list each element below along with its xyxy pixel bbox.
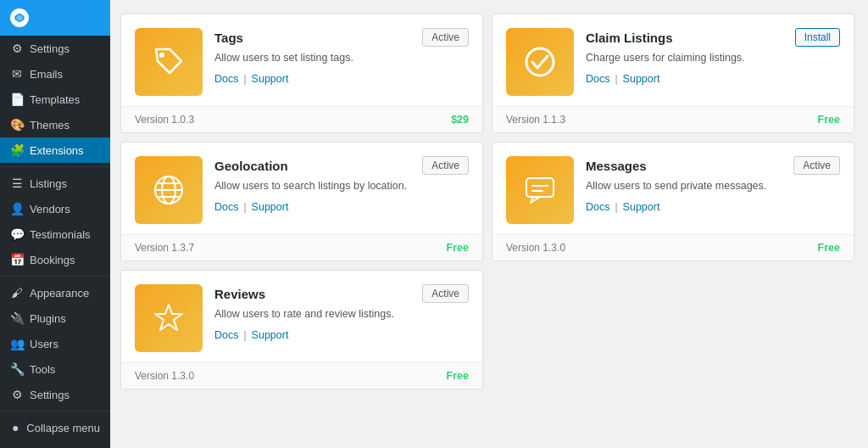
- link-separator: |: [243, 329, 246, 341]
- sidebar-item-listings[interactable]: ☰ Listings: [0, 171, 110, 196]
- sidebar-item-label: Emails: [30, 68, 100, 81]
- sidebar-item-bookings[interactable]: 📅 Bookings: [0, 247, 110, 272]
- support-link[interactable]: Support: [252, 73, 289, 85]
- sidebar-item-collapse[interactable]: ● Collapse menu: [0, 415, 110, 440]
- support-link[interactable]: Support: [252, 201, 289, 213]
- sidebar-item-appearance[interactable]: 🖌 Appearance: [0, 280, 110, 305]
- extension-icon-messages: [506, 156, 574, 224]
- sidebar-item-label: Templates: [30, 93, 100, 106]
- card-links: Docs | Support: [214, 73, 469, 85]
- card-body: Tags Active Allow users to set listing t…: [214, 28, 469, 85]
- card-body: Claim Listings Install Charge users for …: [586, 28, 840, 85]
- sidebar-item-label: Appearance: [30, 287, 100, 300]
- card-links: Docs | Support: [214, 201, 469, 213]
- card-header: Messages Active: [586, 156, 840, 175]
- plugins-icon: 🔌: [10, 311, 24, 325]
- sidebar-item-label: Bookings: [30, 254, 100, 266]
- extension-card-messages: Messages Active Allow users to send priv…: [492, 142, 854, 261]
- active-button[interactable]: Active: [422, 284, 469, 303]
- active-button[interactable]: Active: [793, 156, 840, 175]
- card-header: Tags Active: [214, 28, 469, 47]
- extension-price: Free: [447, 370, 469, 382]
- card-footer: Version 1.3.7 Free: [121, 234, 482, 260]
- vendors-icon: 👤: [10, 202, 24, 216]
- extension-description: Allow users to set listing tags.: [214, 51, 469, 66]
- extension-price: Free: [818, 242, 840, 254]
- card-body: Messages Active Allow users to send priv…: [586, 156, 840, 213]
- extension-card-claim-listings: Claim Listings Install Charge users for …: [492, 14, 854, 133]
- card-top: Claim Listings Install Charge users for …: [492, 14, 854, 106]
- main-content: Tags Active Allow users to set listing t…: [110, 0, 868, 448]
- docs-link[interactable]: Docs: [586, 73, 609, 85]
- card-header: Geolocation Active: [214, 156, 469, 175]
- link-separator: |: [243, 201, 246, 213]
- docs-link[interactable]: Docs: [586, 201, 609, 213]
- sidebar-item-settings[interactable]: ⚙ Settings: [0, 36, 110, 61]
- sidebar-item-themes[interactable]: 🎨 Themes: [0, 112, 110, 137]
- card-links: Docs | Support: [214, 329, 469, 341]
- templates-icon: 📄: [10, 92, 24, 106]
- sidebar-item-label: Users: [30, 338, 100, 350]
- extension-title: Tags: [214, 31, 243, 45]
- link-separator: |: [243, 73, 246, 85]
- sidebar-item-label: Testimonials: [30, 228, 100, 241]
- extension-card-reviews: Reviews Active Allow users to rate and r…: [120, 270, 483, 389]
- extension-icon-geolocation: [135, 156, 203, 224]
- sidebar-item-vendors[interactable]: 👤 Vendors: [0, 196, 110, 221]
- active-button[interactable]: Active: [422, 156, 469, 175]
- link-separator: |: [615, 73, 617, 85]
- install-button[interactable]: Install: [795, 28, 840, 47]
- bookings-icon: 📅: [10, 253, 24, 266]
- sidebar-item-settings2[interactable]: ⚙ Settings: [0, 382, 110, 407]
- sidebar-logo[interactable]: [0, 0, 110, 36]
- extension-title: Messages: [586, 159, 647, 173]
- sidebar-item-extensions[interactable]: 🧩 Extensions: [0, 137, 110, 163]
- sidebar-item-label: Listings: [30, 177, 100, 190]
- sidebar-item-templates[interactable]: 📄 Templates: [0, 87, 110, 112]
- active-button[interactable]: Active: [422, 28, 469, 47]
- sidebar-item-label: Collapse menu: [26, 422, 100, 434]
- extension-card-tags: Tags Active Allow users to set listing t…: [120, 14, 483, 133]
- listings-icon: ☰: [10, 176, 24, 190]
- extension-version: Version 1.3.7: [135, 242, 194, 254]
- card-header: Claim Listings Install: [586, 28, 840, 47]
- sidebar-divider: [0, 166, 110, 167]
- settings-icon: ⚙: [10, 42, 24, 55]
- extension-price: $29: [451, 114, 469, 126]
- docs-link[interactable]: Docs: [214, 73, 238, 85]
- sidebar-divider-3: [0, 411, 110, 412]
- sidebar-item-users[interactable]: 👥 Users: [0, 331, 110, 356]
- support-link[interactable]: Support: [623, 73, 660, 85]
- extensions-icon: 🧩: [10, 143, 24, 157]
- card-top: Tags Active Allow users to set listing t…: [121, 14, 482, 106]
- extension-icon-tags: [135, 28, 203, 96]
- support-link[interactable]: Support: [252, 329, 289, 341]
- svg-point-2: [159, 53, 164, 58]
- testimonials-icon: 💬: [10, 227, 24, 241]
- extension-icon-reviews: [135, 284, 203, 352]
- sidebar-item-emails[interactable]: ✉ Emails: [0, 61, 110, 87]
- svg-point-3: [526, 48, 554, 76]
- card-header: Reviews Active: [214, 284, 469, 303]
- docs-link[interactable]: Docs: [214, 329, 238, 341]
- sidebar-item-label: Tools: [30, 363, 100, 376]
- sidebar-item-testimonials[interactable]: 💬 Testimonials: [0, 221, 110, 247]
- sidebar-item-label: Plugins: [30, 312, 100, 325]
- svg-rect-9: [526, 178, 554, 197]
- extension-price: Free: [447, 242, 469, 254]
- extension-version: Version 1.1.3: [506, 114, 565, 126]
- sidebar-item-tools[interactable]: 🔧 Tools: [0, 356, 110, 382]
- sidebar-item-label: Themes: [30, 119, 100, 132]
- extension-version: Version 1.3.0: [135, 370, 194, 382]
- sidebar-item-plugins[interactable]: 🔌 Plugins: [0, 305, 110, 331]
- extension-icon-claim-listings: [506, 28, 574, 96]
- settings2-icon: ⚙: [10, 388, 24, 401]
- docs-link[interactable]: Docs: [214, 201, 238, 213]
- sidebar-item-label: Extensions: [30, 144, 100, 157]
- sidebar: ⚙ Settings ✉ Emails 📄 Templates 🎨 Themes…: [0, 0, 110, 448]
- card-links: Docs | Support: [586, 73, 840, 85]
- support-link[interactable]: Support: [623, 201, 660, 213]
- extension-description: Charge users for claiming listings.: [586, 51, 840, 66]
- sidebar-divider-2: [0, 276, 110, 277]
- card-top: Messages Active Allow users to send priv…: [492, 143, 854, 234]
